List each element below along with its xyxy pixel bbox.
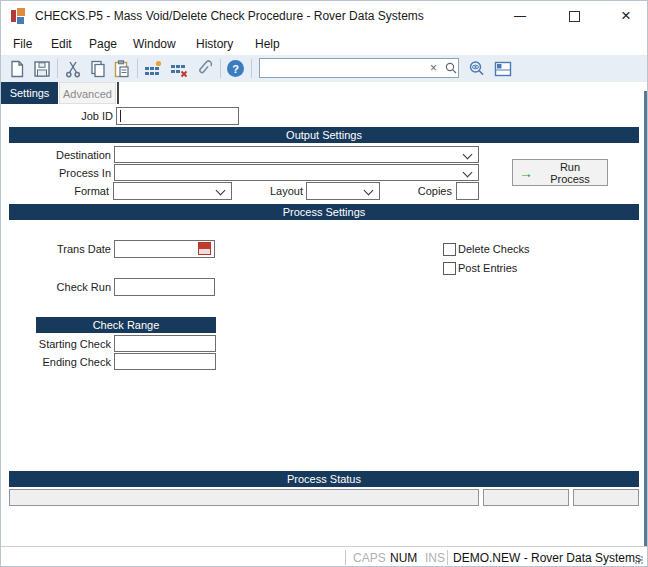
tab-advanced[interactable]: Advanced xyxy=(59,82,116,104)
menu-edit[interactable]: Edit xyxy=(47,35,76,53)
job-id-input[interactable] xyxy=(116,107,239,125)
help-icon[interactable]: ? xyxy=(227,60,244,77)
resize-grip[interactable] xyxy=(633,554,644,565)
format-label: Format xyxy=(41,184,109,198)
app-window: CHECKS.P5 - Mass Void/Delete Check Proce… xyxy=(0,0,648,567)
copy-icon[interactable] xyxy=(88,59,108,79)
process-in-label: Process In xyxy=(21,166,111,180)
chevron-down-icon xyxy=(463,168,473,178)
toolbar-search: × xyxy=(259,58,459,78)
app-logo-icon xyxy=(11,8,27,24)
calendar-icon[interactable] xyxy=(198,242,211,255)
window-title: CHECKS.P5 - Mass Void/Delete Check Proce… xyxy=(35,9,424,23)
status-field-time xyxy=(573,489,639,506)
check-run-label: Check Run xyxy=(31,280,111,294)
process-settings-header: Process Settings xyxy=(9,204,639,220)
tab-strip-divider xyxy=(117,82,119,104)
layout-icon[interactable] xyxy=(493,59,513,79)
starting-check-label: Starting Check xyxy=(21,337,111,351)
maximize-button[interactable] xyxy=(552,1,596,31)
process-in-select[interactable] xyxy=(114,164,479,181)
insert-rows-icon[interactable] xyxy=(143,59,163,79)
process-status-header: Process Status xyxy=(9,471,639,487)
search-icon[interactable] xyxy=(444,61,458,75)
title-bar: CHECKS.P5 - Mass Void/Delete Check Proce… xyxy=(1,1,647,31)
menu-window[interactable]: Window xyxy=(129,35,180,53)
toolbar-separator xyxy=(137,59,138,78)
ending-check-input[interactable] xyxy=(114,353,216,370)
text-caret xyxy=(120,110,121,122)
copies-input[interactable] xyxy=(456,182,479,200)
statusbar-separator xyxy=(345,550,346,565)
destination-select[interactable] xyxy=(114,146,479,163)
toolbar-separator xyxy=(251,59,252,78)
maximize-icon xyxy=(569,11,580,22)
status-bar: CAPS NUM INS DEMO.NEW - Rover Data Syste… xyxy=(1,546,647,567)
menu-bar: File Edit Page Window History Help xyxy=(1,31,647,55)
attachment-icon[interactable] xyxy=(195,59,215,79)
run-process-label: Run Process xyxy=(539,161,601,185)
tab-settings[interactable]: Settings xyxy=(1,82,58,104)
cut-icon[interactable] xyxy=(63,59,83,79)
post-entries-checkbox[interactable] xyxy=(443,262,456,275)
chevron-down-icon xyxy=(364,186,374,196)
statusbar-separator xyxy=(447,550,448,565)
ins-indicator: INS xyxy=(425,551,445,565)
menu-help[interactable]: Help xyxy=(251,35,284,53)
format-select[interactable] xyxy=(113,182,232,200)
check-range-header: Check Range xyxy=(36,317,216,333)
chevron-down-icon xyxy=(216,186,226,196)
num-indicator: NUM xyxy=(390,551,417,565)
paste-icon[interactable] xyxy=(112,59,132,79)
save-icon[interactable] xyxy=(32,59,52,79)
toolbar-separator xyxy=(57,59,58,78)
ending-check-label: Ending Check xyxy=(21,355,111,369)
trans-date-label: Trans Date xyxy=(31,242,111,256)
destination-label: Destination xyxy=(21,148,111,162)
close-button[interactable]: × xyxy=(604,1,648,31)
status-field-count xyxy=(483,489,569,506)
search-lookup-icon[interactable] xyxy=(467,59,487,79)
session-label: DEMO.NEW - Rover Data Systems xyxy=(453,551,641,565)
toolbar-search-input[interactable] xyxy=(262,60,424,78)
menu-file[interactable]: File xyxy=(9,35,36,53)
caps-indicator: CAPS xyxy=(353,551,386,565)
toolbar-separator xyxy=(220,59,221,78)
run-arrow-icon: → xyxy=(519,166,533,180)
delete-checks-label: Delete Checks xyxy=(458,242,530,256)
layout-select[interactable] xyxy=(306,182,380,200)
starting-check-input[interactable] xyxy=(114,335,216,352)
delete-rows-icon[interactable] xyxy=(169,59,189,79)
chevron-down-icon xyxy=(463,150,473,160)
status-field-message xyxy=(9,489,479,506)
clear-search-icon[interactable]: × xyxy=(430,61,437,75)
menu-history[interactable]: History xyxy=(192,35,237,53)
menu-page[interactable]: Page xyxy=(85,35,121,53)
new-document-icon[interactable] xyxy=(7,59,27,79)
copies-label: Copies xyxy=(391,184,452,198)
run-process-button[interactable]: → Run Process xyxy=(512,159,608,186)
layout-value xyxy=(307,187,310,199)
job-id-label: Job ID xyxy=(41,109,113,123)
delete-checks-checkbox[interactable] xyxy=(443,243,456,256)
check-run-input[interactable] xyxy=(114,278,215,296)
output-settings-header: Output Settings xyxy=(9,127,639,143)
layout-label: Layout xyxy=(251,184,303,198)
post-entries-label: Post Entries xyxy=(458,261,517,275)
vertical-scrollbar[interactable] xyxy=(644,91,648,546)
destination-value xyxy=(115,151,118,163)
minimize-button[interactable]: — xyxy=(498,1,542,31)
process-in-value xyxy=(115,169,118,181)
format-value xyxy=(114,187,117,199)
